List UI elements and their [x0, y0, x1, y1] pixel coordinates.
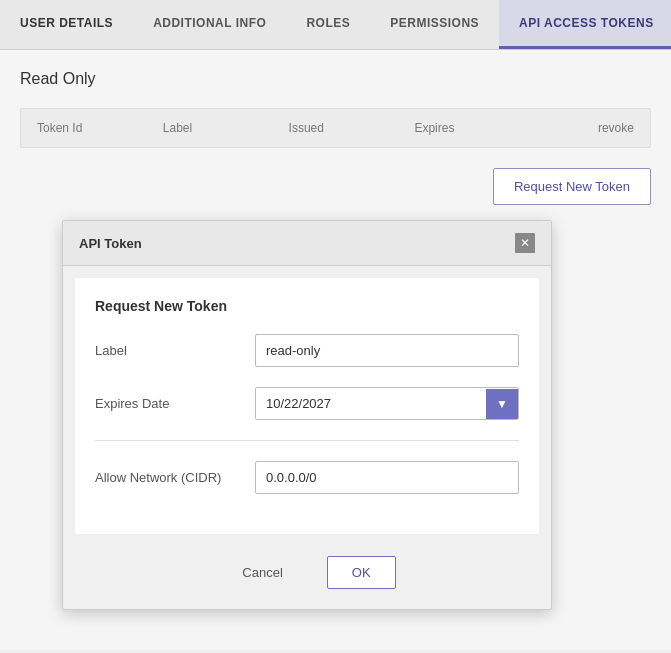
col-label: Label — [147, 109, 273, 147]
expires-form-row: Expires Date ▼ — [95, 387, 519, 420]
label-input[interactable] — [255, 334, 519, 367]
ok-button[interactable]: OK — [327, 556, 396, 589]
modal-title: API Token — [79, 236, 142, 251]
modal-footer: Cancel OK — [63, 546, 551, 609]
network-field-label: Allow Network (CIDR) — [95, 470, 255, 485]
button-area: Request New Token — [20, 168, 651, 205]
col-token-id: Token Id — [21, 109, 147, 147]
label-form-row: Label — [95, 334, 519, 367]
tab-roles[interactable]: ROLES — [286, 0, 370, 49]
section-title: Read Only — [20, 70, 651, 88]
expires-date-input[interactable] — [256, 388, 486, 419]
label-field-label: Label — [95, 343, 255, 358]
col-issued: Issued — [273, 109, 399, 147]
form-divider — [95, 440, 519, 441]
api-token-modal: API Token ✕ Request New Token Label Expi… — [62, 220, 552, 610]
cancel-button[interactable]: Cancel — [218, 557, 306, 588]
modal-close-button[interactable]: ✕ — [515, 233, 535, 253]
tab-permissions[interactable]: PERMISSIONS — [370, 0, 499, 49]
tab-additional-info[interactable]: ADDITIONAL INFO — [133, 0, 286, 49]
modal-body: Request New Token Label Expires Date ▼ A… — [75, 278, 539, 534]
col-expires: Expires — [398, 109, 524, 147]
expires-field-label: Expires Date — [95, 396, 255, 411]
network-form-row: Allow Network (CIDR) — [95, 461, 519, 494]
modal-body-title: Request New Token — [95, 298, 519, 314]
date-wrapper: ▼ — [255, 387, 519, 420]
network-input[interactable] — [255, 461, 519, 494]
table-header: Token Id Label Issued Expires revoke — [20, 108, 651, 148]
tab-api-access-tokens[interactable]: API ACCESS TOKENS — [499, 0, 671, 49]
request-new-token-button[interactable]: Request New Token — [493, 168, 651, 205]
col-revoke: revoke — [524, 109, 650, 147]
tab-bar: USER DETAILS ADDITIONAL INFO ROLES PERMI… — [0, 0, 671, 50]
tab-user-details[interactable]: USER DETAILS — [0, 0, 133, 49]
modal-header: API Token ✕ — [63, 221, 551, 266]
date-dropdown-button[interactable]: ▼ — [486, 389, 518, 419]
